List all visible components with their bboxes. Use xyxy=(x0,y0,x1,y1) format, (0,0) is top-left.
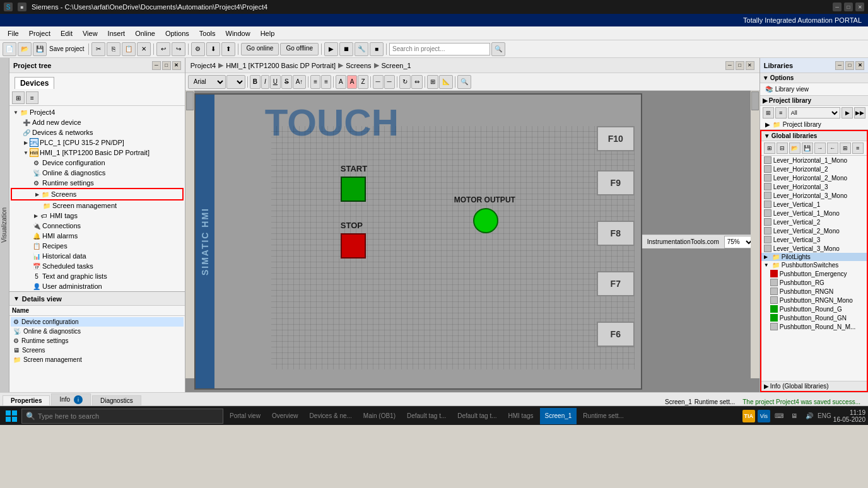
lib-filter-select[interactable]: All xyxy=(788,107,840,119)
save-btn[interactable]: 💾 xyxy=(33,42,47,56)
vscroll-thumb-right[interactable] xyxy=(751,91,759,110)
tree-item-connections[interactable]: 🔌 Connections xyxy=(11,221,184,231)
lib-item-5[interactable]: Lever_Vertical_1 xyxy=(761,200,867,209)
tree-item-plc1[interactable]: ▶ CPU PLC_1 [CPU 315-2 PN/DP] xyxy=(11,137,184,148)
lib-item-round-g[interactable]: Pushbutton_Round_G xyxy=(761,305,867,313)
download-btn[interactable]: ⬇ xyxy=(206,42,220,56)
font-size-select[interactable]: 12 xyxy=(226,75,245,89)
tree-item-hmi-alarms[interactable]: 🔔 HMI alarms xyxy=(11,231,184,241)
maximize-btn[interactable]: □ xyxy=(844,3,853,11)
lib-item-9[interactable]: Lever_Vertical_3 xyxy=(761,235,867,244)
editor-minimize-btn[interactable]: ─ xyxy=(725,61,734,70)
hmi-stop-button[interactable] xyxy=(341,233,366,259)
bold-btn[interactable]: B xyxy=(250,75,261,89)
tree-minimize-btn[interactable]: ─ xyxy=(152,61,161,70)
start-sim-btn[interactable]: ▶ xyxy=(324,42,338,56)
search-btn[interactable]: 🔍 xyxy=(491,42,505,56)
taskbar-search[interactable]: 🔍 Type here to search xyxy=(21,409,223,424)
lib-item-round-nm[interactable]: Pushbutton_Round_N_M... xyxy=(761,322,867,331)
lib-item-rngn-mono[interactable]: Pushbutton_RNGN_Mono xyxy=(761,296,867,305)
tree-item-screens[interactable]: ▶ 📁 Screens xyxy=(11,188,184,200)
hmi-f8-btn[interactable]: F8 xyxy=(597,221,635,246)
lib-item-2[interactable]: Lever_Horizontal_2_Mono xyxy=(761,173,867,182)
menu-file[interactable]: File xyxy=(3,28,24,38)
vscroll-thumb-left[interactable] xyxy=(186,91,194,110)
lib-item-3[interactable]: Lever_Horizontal_3 xyxy=(761,182,867,191)
window-controls[interactable]: ─ □ ✕ xyxy=(833,3,864,11)
network-icon[interactable]: 🖥 xyxy=(788,410,801,422)
lib-item-pilot[interactable]: ▶ 📁 PilotLights xyxy=(761,253,867,261)
editor-close-btn[interactable]: ✕ xyxy=(746,61,754,70)
tools-btn2[interactable]: 🔧 xyxy=(355,42,368,56)
lib-proj-btn2[interactable]: ≡ xyxy=(775,107,787,119)
superscript-btn[interactable]: A↑ xyxy=(293,75,307,89)
lib-project-item[interactable]: ▶ 📁 Project library xyxy=(760,120,868,129)
menu-insert[interactable]: Insert xyxy=(103,28,131,38)
search-editor-btn[interactable]: 🔍 xyxy=(457,75,471,89)
align-center-btn[interactable]: ≡ xyxy=(321,75,331,89)
tree-item-text-graphic[interactable]: 5 Text and graphic lists xyxy=(11,271,184,281)
lib-project-header[interactable]: ▶ Project library xyxy=(760,96,868,106)
tree-expand-btn[interactable]: ≡ xyxy=(26,91,38,104)
hmi-f7-btn[interactable]: F7 xyxy=(597,271,635,296)
lib-proj-btn3[interactable]: ▶ xyxy=(842,107,853,119)
lib-item-pbs[interactable]: ▼ 📁 PushbuttonSwitches xyxy=(761,261,867,269)
open-btn[interactable]: 📂 xyxy=(18,42,32,56)
lib-glob-btn4[interactable]: 💾 xyxy=(802,142,813,154)
speaker-icon[interactable]: 🔊 xyxy=(803,410,816,422)
tree-item-user-admin[interactable]: 👤 User administration xyxy=(11,281,184,291)
lib-glob-btn2[interactable]: ⊟ xyxy=(777,142,788,154)
delete-btn[interactable]: ✕ xyxy=(137,42,151,56)
lib-info-global-btn[interactable]: ▶ Info (Global libraries) xyxy=(761,381,867,391)
tree-item-screen-mgmt[interactable]: 📁 Screen management xyxy=(11,200,184,211)
lib-item-round-gn[interactable]: Pushbutton_Round_GN xyxy=(761,313,867,322)
devices-tab[interactable]: Devices xyxy=(15,77,54,89)
tree-item-device-config[interactable]: ⚙ Device configuration xyxy=(11,158,184,168)
taskbar-overview[interactable]: Overview xyxy=(267,408,303,424)
close-btn[interactable]: ✕ xyxy=(855,3,864,11)
lib-options-header[interactable]: ▼ Options xyxy=(760,73,868,83)
lib-proj-btn1[interactable]: ⊞ xyxy=(763,107,774,119)
tree-close-btn[interactable]: ✕ xyxy=(172,61,181,70)
stop-sim-btn[interactable]: ⏹ xyxy=(339,42,353,56)
tree-item-project4[interactable]: ▼ 📁 Project4 xyxy=(11,107,184,117)
lib-glob-btn1[interactable]: ⊞ xyxy=(764,142,775,154)
lib-item-0[interactable]: Lever_Horizontal_1_Mono xyxy=(761,156,867,165)
lib-glob-btn7[interactable]: ⊞ xyxy=(840,142,851,154)
detail-item-1[interactable]: ⚙ Device configuration xyxy=(11,317,184,327)
editor-vscroll-right[interactable] xyxy=(751,91,760,378)
tree-item-runtime-settings[interactable]: ⚙ Runtime settings xyxy=(11,178,184,188)
lib-undock-btn[interactable]: □ xyxy=(845,61,854,70)
lib-glob-btn3[interactable]: 📂 xyxy=(789,142,801,154)
grid-btn[interactable]: ⊞ xyxy=(427,75,438,89)
detail-item-2[interactable]: 📡 Online & diagnostics xyxy=(11,327,184,336)
lib-minimize-btn[interactable]: ─ xyxy=(835,61,844,70)
copy-btn[interactable]: ⎘ xyxy=(107,42,120,56)
lib-glob-btn5[interactable]: → xyxy=(814,142,826,154)
taskbar-default-tag1[interactable]: Default tag t... xyxy=(402,408,451,424)
underline-btn[interactable]: U xyxy=(270,75,281,89)
tree-item-recipes[interactable]: 📋 Recipes xyxy=(11,241,184,251)
diagnostics-tab[interactable]: Diagnostics xyxy=(92,395,141,405)
hmi-f10-btn[interactable]: F10 xyxy=(597,126,635,151)
info-tab[interactable]: Info i xyxy=(51,393,90,405)
hmi-start-button[interactable] xyxy=(341,177,366,202)
lib-item-6[interactable]: Lever_Vertical_1_Mono xyxy=(761,209,867,218)
tree-item-hmi-tags[interactable]: ▶ 🏷 HMI tags xyxy=(11,211,184,221)
detail-item-4[interactable]: 🖥 Screens xyxy=(11,346,184,355)
lib-item-7[interactable]: Lever_Vertical_2 xyxy=(761,218,867,226)
tree-item-add-device[interactable]: ➕ Add new device xyxy=(11,117,184,127)
go-online-btn[interactable]: Go online xyxy=(241,43,279,55)
lib-proj-btn4[interactable]: ▶▶ xyxy=(854,107,865,119)
align-left-btn[interactable]: ≡ xyxy=(310,75,320,89)
zoom-select[interactable]: 75% 100% 50% xyxy=(724,236,754,248)
border-color-btn[interactable]: Z xyxy=(358,75,368,89)
paste-btn[interactable]: 📋 xyxy=(122,42,136,56)
lib-item-rngn[interactable]: Pushbutton_RNGN xyxy=(761,287,867,296)
detail-item-5[interactable]: 📁 Screen management xyxy=(11,355,184,364)
details-collapse-btn[interactable]: ▼ xyxy=(13,295,20,302)
go-offline-btn[interactable]: Go offline xyxy=(280,43,319,55)
menu-window[interactable]: Window xyxy=(221,28,255,38)
tree-undock-btn[interactable]: □ xyxy=(162,61,171,70)
hmi-f6-btn[interactable]: F6 xyxy=(597,322,635,347)
